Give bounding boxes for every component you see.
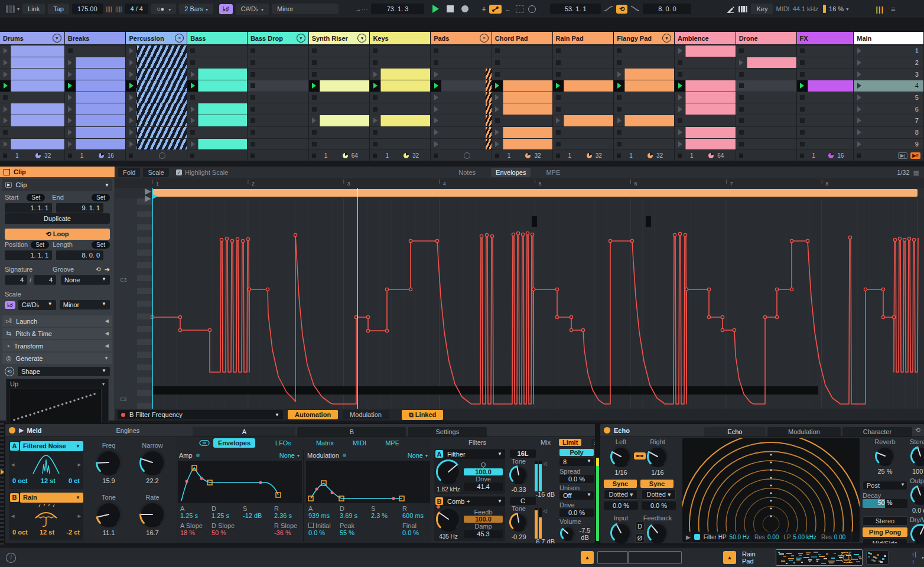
clip-slot[interactable] (248, 139, 309, 151)
clip-slot[interactable] (248, 127, 309, 139)
clip-slot[interactable] (0, 80, 65, 92)
clip-slot[interactable] (675, 69, 736, 80)
clip-body[interactable] (441, 139, 492, 150)
clip-launch-button[interactable] (65, 57, 76, 69)
clip-slot[interactable] (614, 69, 675, 80)
clip-stop-button[interactable] (495, 72, 500, 77)
clip-body[interactable] (685, 127, 736, 138)
engine-a-semi[interactable]: 12 st (41, 477, 56, 484)
clip-slot[interactable] (0, 57, 65, 69)
clip-stop-button[interactable] (678, 118, 682, 123)
crossfader-expand-button[interactable]: ▲ (581, 551, 594, 564)
clip-slot[interactable] (187, 45, 248, 57)
track-status-cell[interactable]: 132 (0, 150, 65, 161)
clip-launch-button[interactable] (126, 92, 136, 103)
clip-slot[interactable]: 3 (854, 69, 924, 80)
clip-slot[interactable] (553, 127, 614, 139)
ping-pong-button[interactable]: Ping Pong (863, 527, 907, 537)
clip-body[interactable] (136, 103, 187, 115)
engine-b-next-icon[interactable]: ▸ (77, 512, 81, 520)
mix-b-tone-knob[interactable] (509, 512, 529, 533)
clip-body[interactable] (11, 45, 64, 57)
clip-slot[interactable] (797, 139, 854, 151)
track-stop-button[interactable] (312, 154, 316, 158)
env-param-value[interactable]: 0.0 % (402, 529, 430, 536)
clip-slot[interactable] (797, 80, 854, 92)
clip-slot[interactable] (431, 45, 492, 57)
voices-select[interactable]: 8▼ (559, 458, 594, 466)
clip-slot[interactable] (736, 115, 797, 127)
clip-stop-button[interactable] (739, 118, 744, 123)
arrangement-position-field[interactable]: 73. 1. 3 (371, 4, 424, 14)
device-thumbnail-small[interactable] (866, 550, 889, 565)
filter-b-freq-value[interactable]: 435 Hz (435, 533, 461, 540)
clip-slot[interactable] (492, 92, 553, 104)
track-stop-button[interactable] (739, 154, 743, 158)
clip-slot[interactable] (126, 92, 187, 104)
clip-launch-button[interactable] (126, 103, 136, 115)
clip-launch-button[interactable] (431, 80, 441, 92)
limit-button[interactable]: Limit (559, 439, 581, 446)
clip-slot[interactable] (431, 115, 492, 127)
clip-slot[interactable] (309, 80, 370, 92)
clip-launch-button[interactable] (0, 45, 11, 57)
scale-mode-button[interactable]: ♭♯ (219, 4, 233, 14)
meld-title-bar[interactable]: ▶ Meld Engines A B Settings (5, 424, 595, 437)
scale-fold-button[interactable]: Scale (143, 168, 169, 177)
clip-body[interactable] (136, 92, 187, 103)
clip-launch-button[interactable] (553, 80, 564, 92)
clip-launch-button[interactable] (126, 69, 136, 80)
clip-body[interactable] (136, 57, 187, 69)
clip-slot[interactable] (309, 127, 370, 139)
clip-slot[interactable] (797, 57, 854, 69)
clip-stop-button[interactable] (556, 95, 561, 100)
clip-launch-button[interactable] (0, 69, 11, 80)
time-signature-field[interactable]: 4 / 4 (125, 4, 148, 14)
mid-side-button[interactable]: Mid/Side (863, 539, 907, 543)
clip-launch-button[interactable] (431, 92, 441, 103)
clip-slot[interactable] (614, 57, 675, 69)
clip-body[interactable] (503, 80, 552, 92)
clip-launch-button[interactable] (187, 69, 198, 80)
clip-body[interactable] (76, 92, 126, 103)
clip-launch-button[interactable] (431, 69, 441, 80)
signature-numerator-field[interactable]: 4 (5, 275, 27, 285)
clip-slot[interactable] (431, 127, 492, 139)
env-param-value[interactable]: 600 ms (402, 512, 430, 519)
poly-button[interactable]: Poly (559, 449, 594, 456)
subtab-matrix[interactable]: Matrix (311, 438, 339, 448)
clip-stop-button[interactable] (250, 107, 255, 112)
duplicate-button[interactable]: Duplicate (5, 213, 110, 224)
clip-position-field[interactable]: 1. 1. 1 (5, 250, 52, 260)
clip-stop-button[interactable] (3, 95, 8, 100)
amp-mode-select[interactable]: None (279, 452, 295, 459)
clip-body[interactable] (441, 69, 492, 80)
clip-stop-button[interactable] (800, 118, 805, 123)
clip-stop-button[interactable] (373, 60, 378, 65)
track-status-cell[interactable]: 164 (675, 150, 736, 161)
track-stop-button[interactable] (556, 154, 560, 158)
clip-body[interactable] (441, 127, 492, 138)
clip-scale-name-select[interactable]: Minor▼ (60, 300, 110, 309)
subtab-envelopes[interactable]: Envelopes (213, 438, 255, 448)
echo-phase-button[interactable]: Ø (635, 533, 645, 543)
clip-body[interactable] (11, 103, 64, 115)
env-param-value[interactable]: -12 dB (243, 512, 271, 519)
clip-launch-button[interactable] (675, 45, 685, 57)
clip-body[interactable] (624, 115, 674, 126)
clip-launch-button[interactable] (126, 139, 136, 150)
clip-body[interactable] (441, 80, 492, 92)
mod-envelope-display[interactable] (306, 461, 430, 503)
clip-stop-button[interactable] (3, 130, 8, 135)
clip-body[interactable] (11, 80, 64, 92)
track-stop-button[interactable] (250, 154, 255, 158)
clip-stop-button[interactable] (556, 60, 561, 65)
clip-body[interactable] (685, 45, 736, 57)
clip-launch-button[interactable] (675, 103, 685, 115)
generator-select[interactable]: Shape▼ (18, 367, 110, 376)
clip-launch-button[interactable] (431, 103, 441, 115)
clip-slot[interactable] (370, 127, 431, 139)
clip-slot[interactable] (187, 92, 248, 104)
groove-refresh-icon[interactable]: ⟲ (96, 266, 101, 273)
engine-b-select[interactable]: Rain▼ (20, 493, 83, 503)
